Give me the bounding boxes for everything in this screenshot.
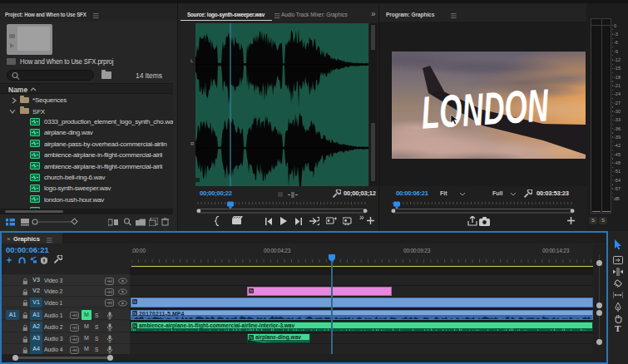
svg-text:LONDON: LONDON [420,79,551,138]
